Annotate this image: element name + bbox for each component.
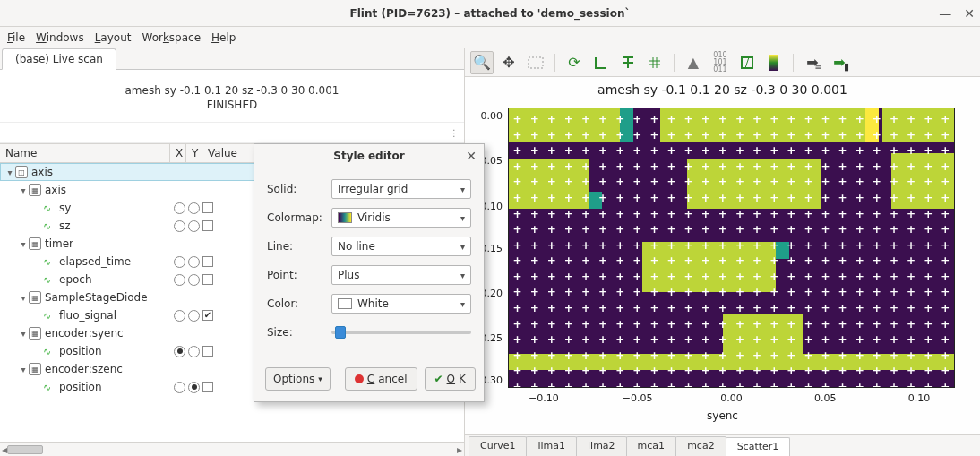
plot-axes[interactable]: ++++++++++++++++++++++++++++++++++++++++… — [508, 108, 955, 388]
radio-x[interactable] — [174, 382, 185, 393]
tab-scatter1[interactable]: Scatter1 — [726, 437, 791, 456]
close-icon[interactable]: ✕ — [466, 149, 477, 163]
svg-rect-0 — [529, 57, 543, 68]
folder-icon: ▦ — [29, 363, 41, 375]
radio-y[interactable] — [188, 310, 200, 322]
label-size: Size: — [267, 326, 331, 339]
tree-leaf-label: position — [59, 381, 102, 393]
autoscale-region-icon[interactable] — [524, 51, 547, 74]
tab-mca1[interactable]: mca1 — [626, 436, 677, 456]
radio-x[interactable] — [174, 274, 185, 286]
tree-horizontal-scrollbar[interactable]: ◂ ▸ — [0, 442, 464, 456]
tab-curve1[interactable]: Curve1 — [469, 436, 527, 456]
combo-line[interactable]: No line — [331, 237, 471, 256]
tree-leaf-label: fluo_signal — [59, 309, 116, 322]
radio-x[interactable] — [174, 220, 185, 232]
expander-icon[interactable]: ▾ — [18, 329, 29, 339]
bell-icon[interactable]: ▲ — [682, 51, 705, 74]
radio-x[interactable] — [174, 346, 185, 357]
window-title: Flint (PID=7623) – attached to 'demo_ses… — [350, 7, 631, 20]
style-editor-dialog: Style editor ✕ Solid: Irregular grid Col… — [254, 143, 485, 402]
tab-lima2[interactable]: lima2 — [576, 436, 627, 456]
menu-workspace[interactable]: Workspace — [142, 31, 201, 44]
checkbox-value[interactable] — [202, 256, 213, 267]
checkbox-value[interactable] — [202, 220, 213, 231]
checkbox-value[interactable] — [202, 202, 213, 213]
style-editor-title: Style editor ✕ — [254, 144, 484, 168]
menu-file[interactable]: File — [7, 31, 25, 44]
radio-y[interactable] — [188, 202, 200, 214]
xtick: 0.10 — [908, 392, 931, 404]
tree-leaf-label: epoch — [59, 273, 92, 286]
binary-data-icon[interactable]: 010101011 — [709, 51, 732, 74]
save-icon[interactable]: ➡▮ — [828, 51, 851, 74]
window-close-icon[interactable]: ✕ — [964, 6, 975, 21]
checkbox-value[interactable] — [202, 382, 213, 392]
folder-icon: ▦ — [29, 237, 41, 250]
menu-layout[interactable]: Layout — [95, 31, 132, 44]
cancel-button[interactable]: Cancel — [345, 367, 417, 391]
menu-help[interactable]: Help — [211, 31, 236, 44]
export-icon[interactable]: ➡≡ — [801, 51, 824, 74]
plot-area[interactable]: amesh sy -0.1 0.1 20 sz -0.3 0 30 0.001 … — [465, 77, 980, 434]
options-button[interactable]: Options▾ — [265, 367, 331, 391]
tree-header-y[interactable]: Y — [186, 144, 202, 162]
ok-icon: ✔ — [434, 373, 443, 385]
ok-button[interactable]: ✔OK — [425, 367, 476, 391]
svg-rect-2 — [769, 55, 778, 71]
combo-solid[interactable]: Irregular grid — [331, 179, 471, 199]
reset-zoom-icon[interactable]: ⟳ — [563, 51, 586, 74]
radio-y[interactable] — [188, 220, 200, 232]
tab-mca2[interactable]: mca2 — [675, 436, 726, 456]
tree-leaf-label: elapsed_time — [59, 255, 131, 268]
window-minimize-icon[interactable]: — — [939, 6, 951, 21]
radio-y[interactable] — [188, 346, 200, 357]
signal-icon: ∿ — [43, 202, 56, 214]
colorbar-icon[interactable] — [762, 51, 786, 74]
folder-icon: ▦ — [29, 184, 41, 196]
radio-y[interactable] — [188, 274, 200, 286]
radio-y[interactable] — [188, 382, 200, 393]
roi-icon[interactable] — [735, 51, 759, 74]
tree-header-x[interactable]: X — [170, 144, 186, 162]
tree-leaf-label: sz — [59, 219, 71, 232]
tree-node-label: axis — [45, 184, 66, 196]
menubar: File Windows Layout Workspace Help — [0, 27, 980, 48]
tree-node-label: axis — [31, 166, 53, 178]
radio-x[interactable] — [174, 256, 185, 268]
signal-icon: ∿ — [43, 256, 56, 268]
tab-lima1[interactable]: lima1 — [526, 436, 577, 456]
radio-x[interactable] — [174, 202, 185, 214]
combo-color[interactable]: White — [331, 294, 471, 314]
crosshair-icon[interactable] — [616, 51, 640, 74]
radio-y[interactable] — [188, 256, 200, 268]
expander-icon[interactable]: ▾ — [18, 185, 29, 195]
zoom-tool-icon[interactable]: 🔍 — [470, 51, 494, 74]
expander-icon[interactable]: ▾ — [18, 239, 29, 249]
tab-live-scan[interactable]: (base) Live scan — [2, 48, 116, 70]
menu-windows[interactable]: Windows — [36, 31, 84, 44]
label-colormap: Colormap: — [267, 211, 331, 224]
bottom-tabs: Curve1lima1lima2mca1mca2Scatter1 — [465, 434, 980, 456]
scan-command: amesh sy -0.1 0.1 20 sz -0.3 0 30 0.001 — [18, 84, 446, 97]
tree-header-name[interactable]: Name — [0, 144, 170, 162]
radio-x[interactable] — [174, 310, 185, 322]
checkbox-value[interactable] — [202, 274, 213, 285]
expander-icon[interactable]: ▾ — [18, 365, 29, 374]
plot-toolbar: 🔍 ✥ ⟳ ▲ 010101011 ➡≡ ➡▮ — [465, 48, 980, 77]
signal-icon: ∿ — [43, 220, 56, 232]
signal-icon: ∿ — [43, 346, 56, 357]
axes-type-icon[interactable] — [589, 51, 613, 74]
combo-colormap[interactable]: Viridis — [331, 208, 471, 228]
combo-point[interactable]: Plus — [331, 265, 471, 285]
checkbox-value[interactable] — [202, 346, 213, 357]
slider-size[interactable] — [331, 323, 471, 342]
grid-icon[interactable] — [643, 51, 666, 74]
tree-leaf-label: sy — [59, 202, 71, 214]
expander-icon[interactable]: ▾ — [4, 168, 15, 177]
expander-icon[interactable]: ▾ — [18, 293, 29, 303]
xtick: −0.10 — [529, 392, 559, 404]
pan-tool-icon[interactable]: ✥ — [497, 51, 520, 74]
checkbox-value[interactable] — [202, 310, 213, 321]
plot-xlabel: syenc — [707, 409, 738, 422]
